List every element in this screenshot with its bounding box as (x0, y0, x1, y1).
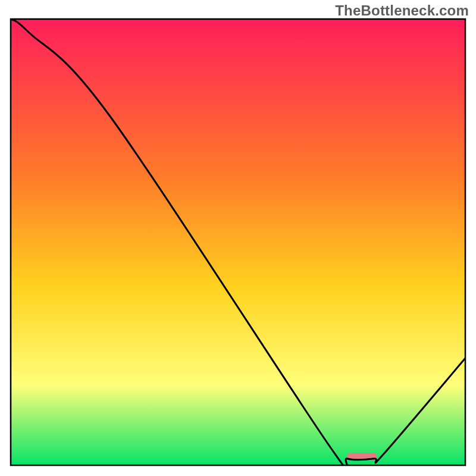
gradient-background (11, 19, 465, 465)
bottleneck-chart (0, 0, 476, 476)
chart-container: TheBottleneck.com (0, 0, 476, 476)
